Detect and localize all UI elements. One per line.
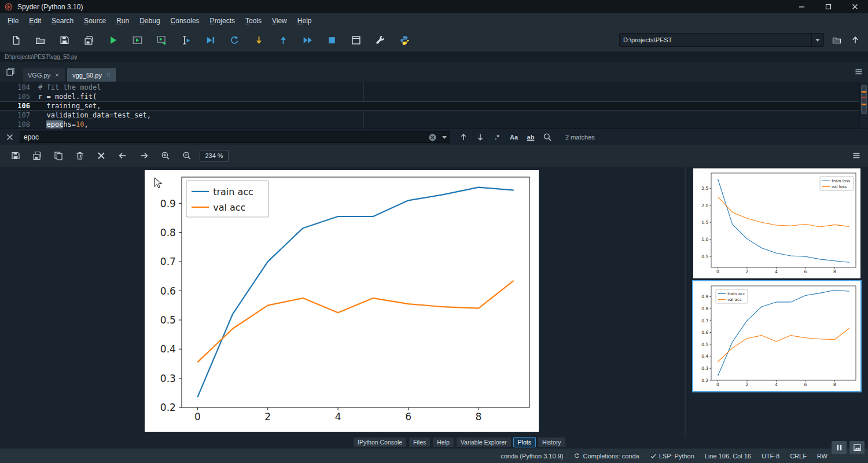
code-line-104[interactable]: 104# fit the model bbox=[0, 83, 860, 92]
encoding-status[interactable]: UTF-8 bbox=[762, 453, 779, 460]
permissions-status[interactable]: RW bbox=[817, 453, 827, 460]
editor-scrollbar[interactable] bbox=[859, 82, 868, 128]
search-field-wrap bbox=[20, 131, 450, 143]
plots-splitter[interactable] bbox=[685, 167, 686, 438]
browse-tabs-icon[interactable] bbox=[6, 67, 15, 79]
editor-tabs: VGG.pyvgg_50.py bbox=[22, 68, 117, 82]
browse-directory-button[interactable] bbox=[831, 34, 843, 46]
remove-plot-icon[interactable] bbox=[69, 148, 90, 164]
search-input[interactable] bbox=[20, 133, 429, 141]
close-button[interactable] bbox=[841, 0, 868, 13]
chevron-down-icon[interactable] bbox=[811, 34, 820, 46]
editor-tab-VGG.py[interactable]: VGG.py bbox=[22, 68, 65, 82]
menu-source[interactable]: Source bbox=[79, 13, 111, 28]
svg-text:2: 2 bbox=[746, 382, 749, 387]
bottom-tab-help[interactable]: Help bbox=[432, 437, 454, 447]
whole-words-icon[interactable]: ab bbox=[525, 132, 536, 142]
continue-icon[interactable] bbox=[295, 31, 319, 49]
save-plot-icon[interactable] bbox=[5, 148, 26, 164]
step-into-icon[interactable] bbox=[247, 31, 271, 49]
find-previous-icon[interactable] bbox=[458, 132, 469, 142]
scrollbar-thumb[interactable] bbox=[861, 85, 867, 114]
new-file-icon[interactable] bbox=[3, 31, 28, 49]
zoom-level[interactable]: 234 % bbox=[200, 150, 229, 162]
completions-status[interactable]: Completions: conda bbox=[573, 453, 639, 460]
save-all-icon[interactable] bbox=[76, 31, 101, 49]
run-icon[interactable] bbox=[101, 31, 125, 49]
python-env-icon[interactable] bbox=[392, 31, 417, 49]
minimize-button[interactable] bbox=[788, 0, 815, 13]
copy-plot-icon[interactable] bbox=[47, 148, 69, 164]
menu-consoles[interactable]: Consoles bbox=[165, 13, 205, 28]
open-file-icon[interactable] bbox=[28, 31, 52, 49]
tab-close-icon[interactable] bbox=[54, 72, 60, 78]
menu-run[interactable]: Run bbox=[111, 13, 134, 28]
stop-icon[interactable] bbox=[319, 31, 344, 49]
plot-display-button[interactable] bbox=[849, 441, 865, 454]
regex-icon[interactable]: .* bbox=[492, 132, 502, 142]
menu-view[interactable]: View bbox=[267, 13, 292, 28]
menu-debug[interactable]: Debug bbox=[134, 13, 165, 28]
previous-plot-icon[interactable] bbox=[112, 148, 133, 164]
code-area[interactable]: 104# fit the model105r = model.fit(106 t… bbox=[0, 82, 860, 128]
case-sensitive-icon[interactable]: Aa bbox=[509, 132, 519, 142]
pause-button[interactable] bbox=[832, 441, 847, 454]
zoom-in-icon[interactable] bbox=[155, 148, 176, 164]
close-find-icon[interactable] bbox=[5, 132, 15, 142]
line-number: 107 bbox=[0, 111, 38, 120]
loss-plot-thumbnail[interactable]: 024680.51.01.52.02.5train lossval loss bbox=[693, 168, 860, 278]
search-history-icon[interactable] bbox=[439, 132, 450, 142]
code-line-106[interactable]: 106 training_set, bbox=[0, 101, 860, 111]
code-line-105[interactable]: 105r = model.fit( bbox=[0, 92, 860, 101]
cursor-position-status[interactable]: Line 106, Col 16 bbox=[705, 453, 751, 460]
spyder-window: Spyder (Python 3.10) FileEditSearchSourc… bbox=[0, 0, 868, 463]
bottom-tab-variable-explorer[interactable]: Variable Explorer bbox=[456, 437, 512, 447]
svg-text:2.0: 2.0 bbox=[701, 203, 708, 208]
toolbar-icons bbox=[0, 31, 417, 49]
run-cell-icon[interactable] bbox=[125, 31, 149, 49]
menu-search[interactable]: Search bbox=[46, 13, 79, 28]
debug-file-icon[interactable] bbox=[198, 31, 222, 49]
code-line-108[interactable]: 108 epochs=10, bbox=[0, 120, 860, 129]
menu-projects[interactable]: Projects bbox=[205, 13, 240, 28]
acc-plot-thumbnail[interactable]: 024680.20.30.40.50.60.70.80.9train accva… bbox=[693, 281, 860, 391]
highlight-matches-icon[interactable] bbox=[542, 132, 553, 142]
interpreter-status[interactable]: conda (Python 3.10.9) bbox=[501, 453, 563, 460]
plots-options-menu-icon[interactable] bbox=[849, 151, 863, 160]
bottom-tab-plots[interactable]: Plots bbox=[513, 437, 536, 447]
menu-edit[interactable]: Edit bbox=[24, 13, 46, 28]
bottom-tab-ipython-console[interactable]: IPython Console bbox=[353, 437, 407, 447]
svg-text:4: 4 bbox=[775, 382, 778, 387]
pane-tabs: IPython ConsoleFilesHelpVariable Explore… bbox=[353, 437, 566, 447]
parent-directory-button[interactable] bbox=[849, 34, 861, 46]
run-selection-icon[interactable] bbox=[174, 31, 198, 49]
tab-close-icon[interactable] bbox=[106, 72, 111, 78]
bottom-tab-files[interactable]: Files bbox=[409, 437, 431, 447]
svg-text:8: 8 bbox=[476, 411, 482, 422]
remove-all-plots-icon[interactable] bbox=[90, 148, 112, 164]
menu-help[interactable]: Help bbox=[292, 13, 317, 28]
svg-text:4: 4 bbox=[335, 411, 341, 422]
run-cell-advance-icon[interactable] bbox=[149, 31, 174, 49]
next-plot-icon[interactable] bbox=[133, 148, 155, 164]
menu-tools[interactable]: Tools bbox=[240, 13, 267, 28]
maximize-pane-icon[interactable] bbox=[344, 31, 368, 49]
preferences-icon[interactable] bbox=[368, 31, 392, 49]
debug-step-over-icon[interactable] bbox=[222, 31, 247, 49]
editor-options-menu-icon[interactable] bbox=[854, 67, 863, 79]
tab-label: VGG.py bbox=[28, 72, 50, 79]
maximize-button[interactable] bbox=[815, 0, 841, 13]
save-all-plots-icon[interactable] bbox=[26, 148, 47, 164]
code-line-107[interactable]: 107 validation_data=test_set, bbox=[0, 111, 860, 120]
find-next-icon[interactable] bbox=[475, 132, 486, 142]
clear-search-icon[interactable] bbox=[429, 134, 436, 141]
eol-status[interactable]: CRLF bbox=[790, 453, 807, 460]
step-return-icon[interactable] bbox=[271, 31, 295, 49]
zoom-out-icon[interactable] bbox=[176, 148, 197, 164]
save-icon[interactable] bbox=[52, 31, 76, 49]
working-directory-combobox[interactable]: D:\projects\PEST bbox=[619, 33, 824, 47]
bottom-tab-history[interactable]: History bbox=[538, 437, 566, 447]
editor-tab-vgg_50.py[interactable]: vgg_50.py bbox=[67, 68, 117, 82]
lsp-status[interactable]: LSP: Python bbox=[650, 453, 694, 460]
menu-file[interactable]: File bbox=[2, 13, 24, 28]
